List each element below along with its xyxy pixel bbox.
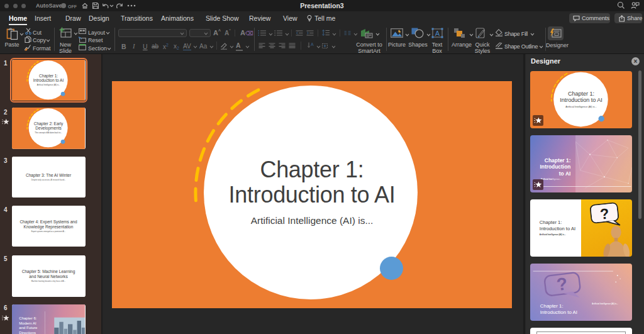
svg-text:A: A [435, 30, 440, 37]
svg-text:?: ? [599, 206, 610, 223]
svg-text:?: ? [555, 274, 569, 294]
svg-text:A: A [311, 42, 314, 47]
